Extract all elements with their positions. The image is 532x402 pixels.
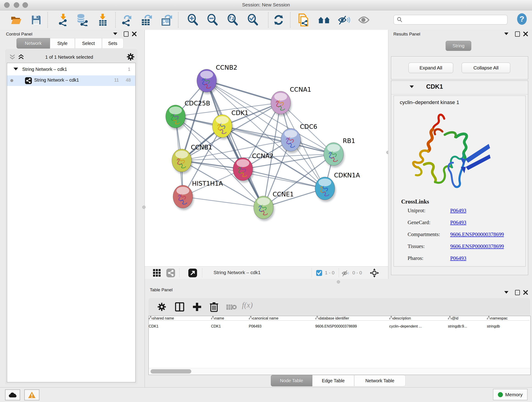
network-node-hist1h1a[interactable]: HIST1H1A (173, 180, 223, 210)
column-header-@id[interactable]: @id (448, 316, 487, 320)
network-node-ccne1[interactable]: CCNE1 (254, 191, 294, 221)
tab-node-table[interactable]: Node Table (271, 375, 312, 386)
column-header-shared-name[interactable]: shared name (149, 316, 211, 320)
crosslink-value-link[interactable]: 9606.ENSP00000378699 (450, 243, 504, 249)
cloud-status-button[interactable] (5, 389, 20, 400)
table-cell[interactable]: stringdb (487, 324, 530, 328)
tab-edge-table[interactable]: Edge Table (312, 375, 354, 386)
table-cell[interactable]: P06493 (249, 324, 315, 328)
show-all-eye-icon-button[interactable] (357, 13, 370, 26)
tab-sets[interactable]: Sets (102, 38, 123, 49)
expand-all-button[interactable]: Expand All (409, 63, 453, 73)
warnings-button[interactable] (24, 389, 39, 400)
tab-style[interactable]: Style (50, 38, 75, 49)
table-cell[interactable]: CDK1 (211, 324, 249, 328)
network-node-ccna2[interactable]: CCNA2 (233, 153, 273, 183)
show-columns-icon[interactable] (175, 302, 184, 312)
network-canvas[interactable]: CCNB2CCNA1CDC25BCDK1CDC6RB1CCNB1CCNA2CDK… (145, 30, 388, 266)
table-cell[interactable]: cyclin–dependent ... (389, 324, 448, 328)
column-header-canonical-name[interactable]: canonical name (249, 316, 315, 320)
gene-section-header[interactable]: CDK1 (391, 81, 528, 95)
column-header-description[interactable]: description (389, 316, 448, 320)
zoom-selected-button[interactable] (247, 13, 259, 26)
network-node-ccnb2[interactable]: CCNB2 (197, 64, 237, 94)
memory-button[interactable]: Memory (493, 389, 527, 400)
copy-session-button[interactable] (297, 13, 310, 26)
create-column-plus-icon[interactable] (192, 302, 202, 312)
table-cell[interactable]: stringdb:9... (448, 324, 487, 328)
collapse-all-button[interactable]: Collapse All (462, 63, 510, 73)
network-edge[interactable] (243, 169, 325, 188)
column-header-namespac[interactable]: namespac (487, 316, 530, 320)
hidden-eye-icon[interactable] (341, 270, 350, 277)
network-share-view-icon[interactable] (166, 269, 175, 277)
column-header-name[interactable]: name (211, 316, 249, 320)
splitter-handle[interactable] (337, 280, 340, 283)
expand-all-chevron-icon[interactable] (18, 54, 24, 60)
network-node-ccna1[interactable]: CCNA1 (271, 86, 311, 116)
left-splitter-handle[interactable] (142, 206, 146, 209)
network-edge[interactable] (207, 81, 281, 103)
import-network-from-file-button[interactable] (57, 13, 70, 26)
function-builder-icon[interactable]: f(x) (242, 301, 253, 309)
panel-close-icon[interactable] (523, 32, 528, 36)
panel-float-icon[interactable] (515, 290, 520, 295)
export-image-button[interactable] (160, 13, 173, 26)
home-button[interactable] (317, 13, 330, 26)
help-button[interactable]: ? (515, 13, 528, 26)
table-options-gear-icon[interactable] (157, 302, 166, 312)
crosslink-value-link[interactable]: 9606.ENSP00000378699 (450, 231, 504, 237)
zoom-fit-button[interactable] (226, 13, 239, 26)
table-cell[interactable]: CDK1 (149, 324, 211, 328)
network-edge[interactable] (183, 197, 264, 207)
tab-string[interactable]: String (446, 41, 471, 51)
tab-network-table[interactable]: Network Table (354, 375, 405, 386)
zoom-out-button[interactable] (206, 13, 219, 26)
open-in-new-window-icon[interactable] (188, 269, 197, 277)
crosslink-value-link[interactable]: P06493 (450, 220, 466, 225)
import-network-from-database-button[interactable] (76, 13, 89, 26)
refresh-button[interactable] (272, 13, 285, 26)
tab-network[interactable]: Network (17, 38, 50, 49)
gene-collapse-caret-icon[interactable] (410, 85, 414, 88)
network-tree-selected-row[interactable]: String Network – cdk1 11 48 (7, 75, 135, 86)
crosslink-value-link[interactable]: P06493 (450, 255, 466, 261)
import-table-from-file-button[interactable] (96, 13, 109, 26)
panel-close-icon[interactable] (523, 290, 528, 295)
save-session-button[interactable] (30, 13, 43, 26)
zoom-in-button[interactable] (186, 13, 199, 26)
crosslink-value-link[interactable]: P06493 (450, 208, 466, 214)
delete-table-icon[interactable] (226, 304, 237, 311)
network-node-ccnb1[interactable]: CCNB1 (172, 144, 212, 174)
panel-menu-caret-icon[interactable] (504, 32, 508, 35)
column-header-database-identifier[interactable]: database identifier (315, 316, 389, 320)
network-graph[interactable]: CCNB2CCNA1CDC25BCDK1CDC6RB1CCNB1CCNA2CDK… (145, 30, 388, 266)
node-label: CDK1 (231, 109, 249, 116)
grid-view-icon[interactable] (153, 269, 161, 277)
node-table-row[interactable]: CDK1CDK1P064939606.ENSP00000378699cyclin… (149, 324, 530, 328)
network-node-rb1[interactable]: RB1 (324, 137, 355, 167)
hide-selection-icon-button[interactable] (337, 13, 350, 26)
table-cell[interactable]: 9606.ENSP00000378699 (315, 324, 389, 328)
panel-menu-caret-icon[interactable] (113, 32, 117, 35)
search-input[interactable] (394, 15, 507, 25)
collapse-all-chevron-icon[interactable] (9, 54, 16, 60)
network-node-cdkn1a[interactable]: CDKN1A (315, 172, 360, 202)
tree-expand-caret-icon[interactable] (13, 68, 18, 70)
network-edge[interactable] (207, 81, 264, 207)
panel-close-icon[interactable] (132, 32, 137, 36)
scrollbar-thumb[interactable] (151, 369, 191, 374)
network-options-gear-icon[interactable] (127, 53, 135, 61)
delete-column-trash-icon[interactable] (209, 302, 219, 312)
selected-checkbox-icon[interactable] (316, 270, 322, 276)
panel-menu-caret-icon[interactable] (504, 291, 508, 294)
export-network-button[interactable] (120, 13, 133, 26)
panel-float-icon[interactable] (515, 32, 520, 37)
tab-select[interactable]: Select (75, 38, 102, 49)
open-session-button[interactable] (10, 13, 22, 26)
panel-float-icon[interactable] (124, 32, 128, 37)
network-tree-root-row[interactable]: String Network – cdk1 1 (7, 65, 135, 75)
table-hscrollbar[interactable] (149, 368, 530, 375)
export-table-button[interactable] (140, 13, 153, 26)
birds-eye-crosshair-icon[interactable] (370, 268, 379, 278)
